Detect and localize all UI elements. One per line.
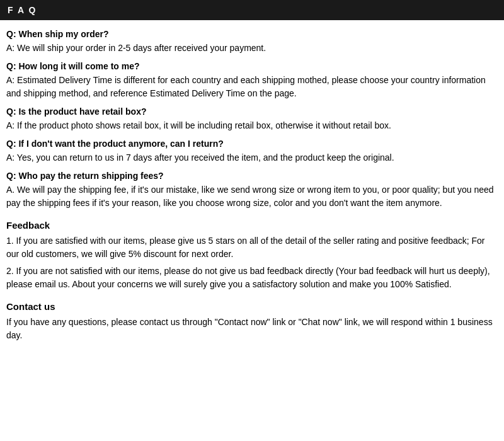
feedback-item-1: 2. If you are not satisfied with our ite… [6,265,498,291]
question-2: Q: Is the product have retail box? [6,106,498,117]
question-4: Q: Who pay the return shipping fees? [6,171,498,181]
contact-section: Contact us If you have any questions, pl… [6,301,498,342]
feedback-item-0: 1. If you are satisfied with our items, … [6,234,498,261]
feedback-title: Feedback [6,220,498,231]
answer-4: A. We will pay the shipping fee, if it's… [6,183,498,210]
content-area: Q: When ship my order? A: We will ship y… [0,26,504,347]
contact-text: If you have any questions, please contac… [6,316,498,342]
faq-header: F A Q [0,0,504,20]
feedback-section: Feedback 1. If you are satisfied with ou… [6,220,498,291]
faq-item-0: Q: When ship my order? A: We will ship y… [6,29,498,55]
faq-item-2: Q: Is the product have retail box? A: If… [6,106,498,132]
question-1: Q: How long it will come to me? [6,61,498,71]
faq-item-3: Q: If I don't want the product anymore, … [6,139,498,164]
answer-0: A: We will ship your order in 2-5 days a… [6,42,498,55]
contact-title: Contact us [6,301,498,312]
faq-list: Q: When ship my order? A: We will ship y… [6,29,498,210]
question-3: Q: If I don't want the product anymore, … [6,139,498,149]
faq-item-4: Q: Who pay the return shipping fees? A. … [6,171,498,210]
faq-item-1: Q: How long it will come to me? A: Estim… [6,61,498,100]
answer-3: A: Yes, you can return to us in 7 days a… [6,151,498,164]
question-0: Q: When ship my order? [6,29,498,39]
answer-2: A: If the product photo shows retail box… [6,119,498,132]
answer-1: A: Estimated Delivery Time is different … [6,74,498,100]
